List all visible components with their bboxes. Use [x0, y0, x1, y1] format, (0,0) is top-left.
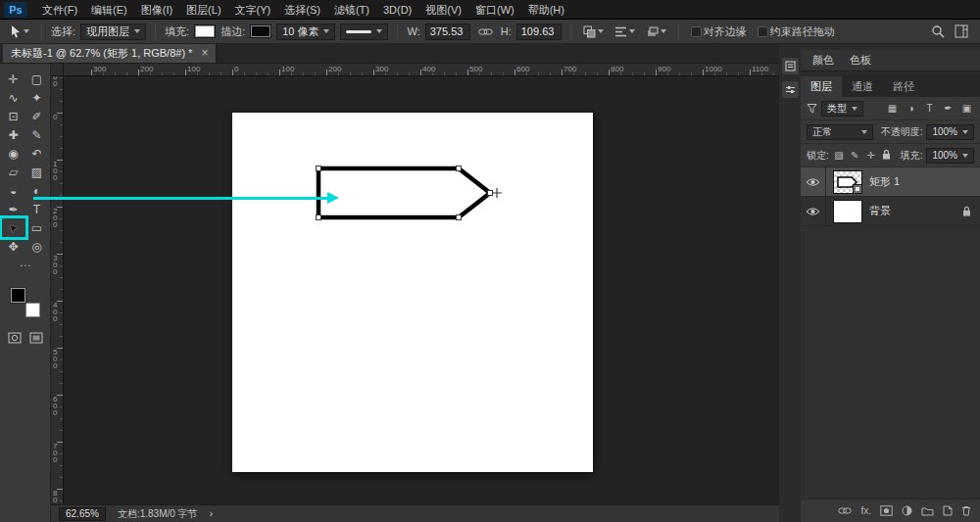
ruler-number: 100 — [281, 65, 294, 73]
quick-mask-icon[interactable] — [8, 331, 22, 345]
vertical-ruler[interactable]: 100 0 100 200 300 400 — [51, 76, 64, 504]
visibility-toggle[interactable] — [801, 167, 826, 196]
layer-name[interactable]: 背景 — [869, 204, 962, 218]
lasso-tool[interactable]: ∿ — [2, 88, 25, 107]
current-tool-preset[interactable] — [6, 23, 32, 41]
path-selection-tool[interactable]: ➤ — [2, 218, 25, 237]
lock-position-icon[interactable]: ✛ — [864, 150, 876, 161]
collapsed-panel-button-2[interactable] — [782, 81, 799, 98]
document-tab[interactable]: 未标题-1 @ 62.7% (矩形 1, RGB/8#) * × — [3, 43, 217, 63]
zoom-level-input[interactable]: 62.65% — [59, 507, 106, 521]
gradient-tool[interactable]: ▨ — [25, 163, 49, 181]
visibility-toggle[interactable] — [801, 197, 826, 225]
menu-item[interactable]: 滤镜(T) — [327, 0, 376, 20]
path-selection-cursor-icon — [9, 24, 22, 38]
path-arrangement-button[interactable] — [643, 23, 669, 41]
layer-name[interactable]: 矩形 1 — [869, 174, 980, 189]
pasteboard[interactable] — [64, 76, 779, 504]
blur-tool[interactable]: ◒ — [2, 181, 25, 200]
background-color-swatch[interactable] — [25, 303, 40, 317]
lock-all-button[interactable] — [880, 149, 892, 162]
menu-item[interactable]: 图像(I) — [134, 0, 179, 20]
align-edges-checkbox[interactable]: 对齐边缘 — [688, 23, 750, 41]
link-layers-icon[interactable] — [838, 506, 852, 515]
menu-item[interactable]: 帮助(H) — [521, 0, 571, 20]
panel-tab[interactable]: 图层 — [801, 76, 842, 97]
menu-item[interactable]: 文件(F) — [35, 0, 84, 20]
move-tool[interactable]: ✛ — [2, 70, 25, 88]
filter-shape-layers-icon[interactable]: ✒ — [941, 103, 956, 114]
canvas[interactable] — [232, 113, 593, 472]
edit-toolbar-button[interactable]: ⋯ — [2, 256, 49, 274]
search-icon[interactable] — [931, 24, 945, 38]
foreground-color-swatch[interactable] — [11, 288, 25, 303]
add-mask-icon[interactable] — [880, 505, 893, 516]
opacity-dropdown[interactable]: 100% — [926, 124, 974, 140]
crop-tool[interactable]: ⊡ — [2, 107, 25, 125]
shape-height-input[interactable]: 109.63 — [516, 24, 562, 40]
shape-tool[interactable]: ▭ — [25, 218, 49, 237]
path-operations-button[interactable] — [580, 23, 607, 41]
new-group-icon[interactable] — [921, 506, 934, 516]
pen-tool[interactable]: ✒ — [2, 200, 25, 218]
lock-pixels-icon[interactable]: ✎ — [849, 150, 860, 161]
background-lock[interactable] — [962, 206, 971, 216]
options-right-icons — [931, 24, 974, 38]
layer-row-background[interactable]: 背景 — [801, 197, 980, 226]
zoom-tool[interactable]: ◎ — [25, 237, 49, 256]
stroke-swatch[interactable] — [250, 24, 271, 38]
menu-item[interactable]: 文字(Y) — [228, 0, 278, 20]
menu-item[interactable]: 3D(D) — [376, 0, 418, 20]
quick-selection-tool[interactable]: ✦ — [25, 88, 49, 107]
panel-tab[interactable]: 路径 — [883, 76, 924, 97]
screen-mode-icon[interactable] — [29, 331, 43, 345]
link-dimensions-button[interactable] — [475, 23, 496, 41]
clone-stamp-tool[interactable]: ◉ — [2, 144, 25, 163]
filter-pixel-layers-icon[interactable]: ▦ — [885, 103, 900, 114]
stroke-type-dropdown[interactable] — [340, 24, 388, 40]
status-flyout-arrow[interactable]: › — [210, 508, 213, 519]
menu-item[interactable]: 窗口(W) — [468, 0, 521, 20]
workspace-switcher-icon[interactable] — [955, 24, 968, 38]
menu-item[interactable]: 选择(S) — [277, 0, 327, 20]
horizontal-ruler[interactable]: 300 200 100 0 100 200 300 — [64, 64, 779, 76]
menu-item[interactable]: 图层(L) — [179, 0, 227, 20]
select-mode-dropdown[interactable]: 现用图层 — [80, 24, 146, 40]
menu-item[interactable]: 编辑(E) — [84, 0, 134, 20]
ruler-origin-corner[interactable] — [51, 64, 64, 76]
adjustment-layer-icon[interactable] — [902, 505, 912, 516]
filter-kind-dropdown[interactable]: 类型 — [821, 101, 863, 117]
ruler-slot: 100 — [279, 64, 326, 75]
blend-mode-dropdown[interactable]: 正常 — [807, 124, 873, 140]
stroke-width-dropdown[interactable]: 10 像素 — [276, 24, 335, 40]
healing-brush-tool[interactable]: ✚ — [2, 125, 25, 144]
marquee-tool[interactable]: ▢ — [25, 70, 49, 88]
layer-row-shape[interactable]: 矩形 1 — [801, 167, 980, 197]
panel-tab[interactable]: 色板 — [850, 53, 871, 68]
panel-tab[interactable]: 通道 — [842, 76, 883, 97]
layer-thumbnail[interactable] — [833, 170, 862, 194]
fill-dropdown[interactable]: 100% — [926, 148, 974, 164]
filter-smart-objects-icon[interactable]: ▣ — [959, 103, 974, 114]
history-brush-tool[interactable]: ↶ — [25, 144, 49, 163]
menu-item[interactable]: 视图(V) — [418, 0, 468, 20]
lock-transparency-icon[interactable]: ▨ — [833, 150, 845, 161]
filter-adjustment-layers-icon[interactable]: ◑ — [904, 103, 918, 114]
fill-swatch[interactable] — [194, 24, 216, 38]
shape-width-input[interactable]: 375.53 — [425, 24, 470, 40]
type-tool[interactable]: T — [25, 200, 49, 218]
layer-thumbnail[interactable] — [833, 200, 862, 223]
eraser-tool[interactable]: ▱ — [2, 163, 25, 181]
path-alignment-button[interactable] — [612, 23, 638, 41]
panel-tab[interactable]: 颜色 — [812, 53, 834, 68]
filter-type-layers-icon[interactable]: T — [922, 103, 937, 114]
close-icon[interactable]: × — [201, 47, 208, 59]
new-layer-icon[interactable] — [943, 505, 953, 516]
layer-style-button[interactable]: fx. — [860, 505, 871, 516]
eyedropper-tool[interactable]: ✐ — [25, 107, 49, 125]
hand-tool[interactable]: ✥ — [2, 237, 25, 256]
brush-tool[interactable]: ✎ — [25, 125, 49, 144]
constrain-path-checkbox[interactable]: 约束路径拖动 — [755, 23, 838, 41]
delete-layer-icon[interactable] — [961, 505, 971, 516]
collapsed-panel-button-1[interactable] — [782, 58, 799, 74]
